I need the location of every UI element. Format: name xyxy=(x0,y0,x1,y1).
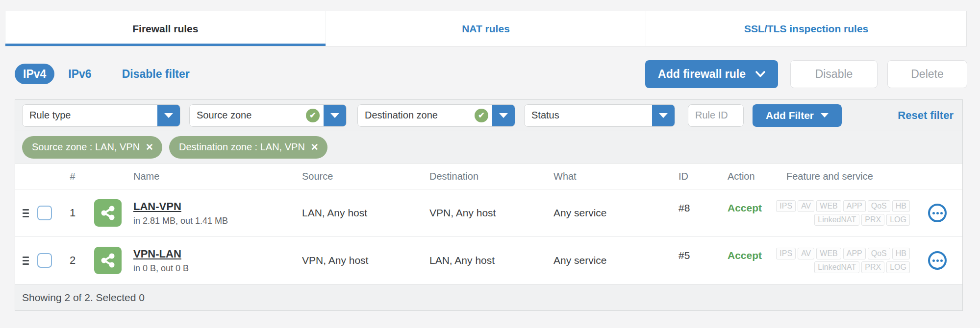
status-select[interactable]: Status xyxy=(524,104,675,127)
ipv6-toggle[interactable]: IPv6 xyxy=(68,68,91,81)
rule-number: 1 xyxy=(61,207,84,219)
rule-id-input[interactable] xyxy=(688,104,744,127)
source-zone-select-label: Source zone xyxy=(190,110,306,121)
filter-chip-source-zone: Source zone : LAN, VPN ✕ xyxy=(22,136,162,159)
add-filter-button[interactable]: Add Filter xyxy=(753,104,842,127)
dropdown-arrow-icon[interactable] xyxy=(324,104,346,127)
column-header-destination: Destination xyxy=(429,171,553,182)
dropdown-arrow-icon[interactable] xyxy=(652,104,675,127)
rule-destination: VPN, Any host xyxy=(429,207,553,219)
feature-badges: IPS AV WEB APP QoS HB LinkedNAT PRX LOG xyxy=(786,200,910,226)
feature-badge-linkednat: LinkedNAT xyxy=(814,261,859,273)
column-header-what: What xyxy=(553,171,678,182)
feature-badge-hb: HB xyxy=(892,248,910,259)
add-filter-label: Add Filter xyxy=(766,110,814,121)
status-select-label: Status xyxy=(525,110,652,121)
feature-badge-linkednat: LinkedNAT xyxy=(814,214,859,226)
rule-id: #5 xyxy=(678,250,728,261)
rule-name-link[interactable]: VPN-LAN xyxy=(133,248,181,260)
rule-type-select-label: Rule type xyxy=(23,110,157,121)
share-nodes-icon xyxy=(100,205,116,221)
rule-what: Any service xyxy=(553,207,678,219)
table-row: 2 VPN-LAN in 0 B, out 0 B VPN, Any host … xyxy=(15,236,962,284)
tab-nat-rules[interactable]: NAT rules xyxy=(326,11,647,46)
disable-filter-link[interactable]: Disable filter xyxy=(122,68,190,81)
table-footer: Showing 2 of 2. Selected 0 xyxy=(15,284,962,310)
rule-source: LAN, Any host xyxy=(302,207,429,219)
column-header-number: # xyxy=(61,171,84,182)
filter-chip-destination-zone: Destination zone : LAN, VPN ✕ xyxy=(169,136,327,159)
network-rule-icon xyxy=(94,247,122,274)
feature-badge-web: WEB xyxy=(816,248,841,259)
add-firewall-rule-label: Add firewall rule xyxy=(658,68,746,81)
feature-badge-log: LOG xyxy=(886,261,910,273)
table-header: # Name Source Destination What ID Action… xyxy=(15,164,962,189)
rule-type-select[interactable]: Rule type xyxy=(22,104,180,127)
tab-ssl-tls-inspection-rules[interactable]: SSL/TLS inspection rules xyxy=(646,11,966,46)
feature-badges: IPS AV WEB APP QoS HB LinkedNAT PRX LOG xyxy=(786,248,910,273)
feature-badge-web: WEB xyxy=(816,200,841,212)
reset-filter-link[interactable]: Reset filter xyxy=(898,109,954,122)
rule-what: Any service xyxy=(553,255,678,266)
destination-zone-select[interactable]: Destination zone ✔ xyxy=(357,104,515,127)
drag-handle-icon[interactable] xyxy=(23,257,29,265)
table-row: 1 LAN-VPN in 2.81 MB, out 1.41 MB LAN, A… xyxy=(15,189,962,236)
column-header-id: ID xyxy=(678,171,728,182)
tab-firewall-rules[interactable]: Firewall rules xyxy=(5,11,326,46)
remove-filter-icon[interactable]: ✕ xyxy=(311,142,319,152)
feature-badge-prx: PRX xyxy=(861,261,884,273)
rule-type-tabs: Firewall rules NAT rules SSL/TLS inspect… xyxy=(5,11,967,47)
column-header-name: Name xyxy=(133,171,302,182)
feature-badge-av: AV xyxy=(798,248,814,259)
row-menu-ellipsis-icon[interactable] xyxy=(928,251,947,270)
feature-badge-prx: PRX xyxy=(861,214,884,226)
source-zone-select[interactable]: Source zone ✔ xyxy=(189,104,347,127)
active-filters-bar: Source zone : LAN, VPN ✕ Destination zon… xyxy=(15,131,962,164)
share-nodes-icon xyxy=(100,252,116,269)
rule-id: #8 xyxy=(678,202,728,214)
drag-handle-icon[interactable] xyxy=(23,209,29,217)
column-header-source: Source xyxy=(302,171,429,182)
filter-active-check-icon: ✔ xyxy=(475,109,488,122)
feature-badge-ips: IPS xyxy=(776,200,796,212)
row-checkbox[interactable] xyxy=(37,253,52,268)
network-rule-icon xyxy=(94,199,122,227)
filter-bar: Rule type Source zone ✔ Destination zone… xyxy=(15,100,962,131)
feature-badge-hb: HB xyxy=(892,200,910,212)
rule-source: VPN, Any host xyxy=(302,255,429,266)
rule-number: 2 xyxy=(61,254,84,267)
disable-button[interactable]: Disable xyxy=(790,60,878,88)
dropdown-arrow-icon[interactable] xyxy=(157,104,180,127)
rule-name-link[interactable]: LAN-VPN xyxy=(133,200,181,213)
rule-traffic-stats: in 2.81 MB, out 1.41 MB xyxy=(133,216,302,226)
rule-traffic-stats: in 0 B, out 0 B xyxy=(133,263,302,274)
showing-summary-text: Showing 2 of 2. Selected 0 xyxy=(22,292,145,304)
remove-filter-icon[interactable]: ✕ xyxy=(146,142,153,152)
firewall-rules-panel: Rule type Source zone ✔ Destination zone… xyxy=(15,99,963,311)
feature-badge-log: LOG xyxy=(886,214,910,226)
delete-button[interactable]: Delete xyxy=(887,60,967,88)
column-header-action: Action xyxy=(728,171,786,182)
row-checkbox[interactable] xyxy=(37,206,52,220)
feature-badge-qos: QoS xyxy=(868,248,890,259)
ipv4-toggle[interactable]: IPv4 xyxy=(15,64,54,84)
add-firewall-rule-button[interactable]: Add firewall rule xyxy=(645,60,778,88)
toolbar: IPv4 IPv6 Disable filter Add firewall ru… xyxy=(15,59,967,89)
feature-badge-app: APP xyxy=(843,200,866,212)
feature-badge-qos: QoS xyxy=(868,200,890,212)
destination-zone-select-label: Destination zone xyxy=(358,110,475,121)
feature-badge-ips: IPS xyxy=(776,248,796,259)
filter-chip-label: Destination zone : LAN, VPN xyxy=(179,141,305,153)
filter-chip-label: Source zone : LAN, VPN xyxy=(32,141,140,153)
row-menu-ellipsis-icon[interactable] xyxy=(928,204,947,222)
rule-destination: LAN, Any host xyxy=(429,255,553,266)
feature-badge-app: APP xyxy=(843,248,866,259)
caret-down-icon xyxy=(821,113,829,117)
column-header-feature-service: Feature and service xyxy=(786,171,962,182)
dropdown-arrow-icon[interactable] xyxy=(492,104,515,127)
feature-badge-av: AV xyxy=(798,200,814,212)
chevron-down-icon xyxy=(755,71,765,77)
filter-active-check-icon: ✔ xyxy=(306,109,320,122)
